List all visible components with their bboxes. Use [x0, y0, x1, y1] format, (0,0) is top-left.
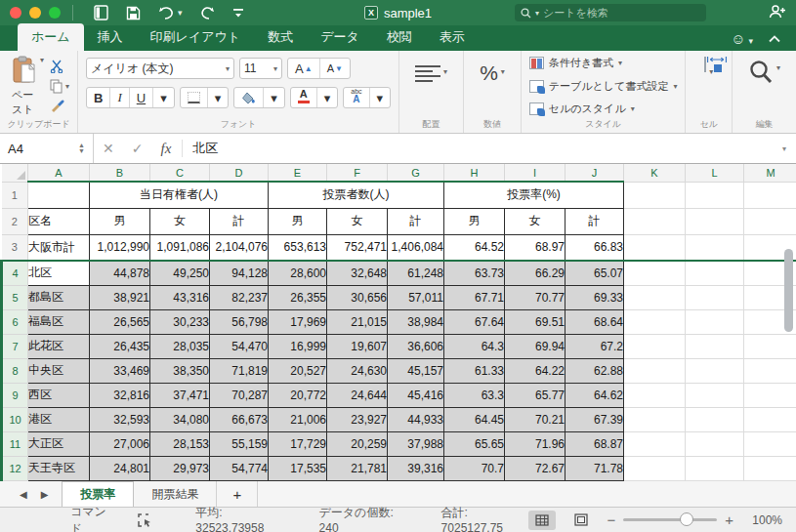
- number-format-button[interactable]: % ▾: [472, 56, 513, 118]
- tab-formulas[interactable]: 数式: [254, 23, 307, 51]
- cell-J4[interactable]: 65.07: [566, 261, 624, 285]
- merged-header-E1-G1[interactable]: 投票者数(人): [269, 182, 444, 208]
- cell-L12[interactable]: [686, 456, 744, 480]
- cell-H4[interactable]: 63.73: [444, 261, 505, 285]
- zoom-window-button[interactable]: [49, 7, 61, 19]
- cell-C2[interactable]: 女: [150, 208, 210, 234]
- column-header-D[interactable]: D: [210, 164, 269, 182]
- cell-K9[interactable]: [624, 383, 686, 407]
- cell-C5[interactable]: 43,316: [150, 285, 210, 309]
- page-layout-view-button[interactable]: [567, 511, 595, 530]
- cell-D2[interactable]: 計: [210, 208, 269, 234]
- cell-I4[interactable]: 66.29: [505, 261, 566, 285]
- cell-E10[interactable]: 21,006: [269, 407, 327, 431]
- cell-I10[interactable]: 70.21: [505, 407, 566, 431]
- font-color-button[interactable]: A: [291, 88, 317, 107]
- cell-A2[interactable]: 区名: [28, 208, 90, 234]
- cell-C7[interactable]: 28,035: [150, 334, 210, 358]
- cell-H2[interactable]: 男: [444, 208, 505, 234]
- cell-J5[interactable]: 69.33: [566, 285, 624, 309]
- cell-D9[interactable]: 70,287: [210, 383, 269, 407]
- cell-M2[interactable]: [744, 208, 796, 234]
- cell-G11[interactable]: 37,988: [388, 431, 444, 456]
- cell-C4[interactable]: 49,250: [150, 261, 210, 285]
- tab-page-layout[interactable]: 印刷レイアウト: [137, 23, 255, 51]
- cell-L11[interactable]: [686, 431, 744, 456]
- cell-A6[interactable]: 福島区: [28, 309, 90, 334]
- undo-dropdown-caret[interactable]: ▾: [178, 8, 183, 18]
- cell-H12[interactable]: 70.7: [444, 456, 505, 480]
- row-header-11[interactable]: 11: [2, 431, 28, 456]
- cell-E7[interactable]: 16,999: [269, 334, 327, 358]
- cell-F9[interactable]: 24,644: [327, 383, 388, 407]
- cell-H9[interactable]: 63.3: [444, 383, 505, 407]
- zoom-slider-thumb[interactable]: [680, 512, 693, 526]
- cell-G8[interactable]: 45,157: [388, 358, 444, 383]
- cell-A10[interactable]: 港区: [28, 407, 90, 431]
- formula-content[interactable]: 北区: [192, 140, 782, 157]
- search-input[interactable]: ▾ シートを検索: [515, 4, 706, 21]
- collapse-ribbon-button[interactable]: [769, 32, 780, 46]
- cell-K10[interactable]: [624, 407, 686, 431]
- cell-E11[interactable]: 17,729: [269, 431, 327, 456]
- cell-A5[interactable]: 都島区: [28, 285, 90, 309]
- cell-J9[interactable]: 64.62: [566, 383, 624, 407]
- add-sheet-button[interactable]: +: [217, 481, 258, 507]
- cell-D5[interactable]: 82,237: [210, 285, 269, 309]
- cell-F7[interactable]: 19,607: [327, 334, 388, 358]
- cell-A7[interactable]: 此花区: [28, 334, 90, 358]
- cell-I12[interactable]: 72.67: [505, 456, 566, 480]
- cell-M11[interactable]: [744, 431, 796, 456]
- cell-D10[interactable]: 66,673: [210, 407, 269, 431]
- format-as-table-button[interactable]: テーブルとして書式設定▾: [529, 79, 678, 94]
- column-header-B[interactable]: B: [90, 164, 150, 182]
- column-header-L[interactable]: L: [686, 164, 744, 182]
- cell-A12[interactable]: 天王寺区: [28, 456, 90, 480]
- normal-view-button[interactable]: [528, 511, 556, 530]
- decrease-font-size-button[interactable]: A▼: [320, 59, 350, 78]
- cell-E4[interactable]: 28,600: [269, 261, 327, 285]
- zoom-in-button[interactable]: +: [725, 512, 733, 528]
- italic-button[interactable]: I: [110, 88, 129, 107]
- cell-E6[interactable]: 17,969: [269, 309, 327, 334]
- undo-button[interactable]: ▾: [158, 6, 183, 20]
- row-header-4[interactable]: 4: [2, 261, 28, 285]
- cell-B8[interactable]: 33,469: [90, 358, 150, 383]
- cell-M9[interactable]: [744, 383, 796, 407]
- feedback-smiley-button[interactable]: ☺▾: [731, 31, 753, 47]
- row-header-9[interactable]: 9: [2, 383, 28, 407]
- font-name-combo[interactable]: メイリオ (本文) ▾: [86, 58, 234, 79]
- sheet-tab-kaihyokekka[interactable]: 開票結果: [134, 481, 217, 507]
- cell-A9[interactable]: 西区: [28, 383, 90, 407]
- vertical-scrollbar[interactable]: [784, 249, 793, 332]
- fill-color-button[interactable]: [234, 88, 264, 107]
- cell-B4[interactable]: 44,878: [90, 261, 150, 285]
- cell-I8[interactable]: 64.22: [505, 358, 566, 383]
- cell-H8[interactable]: 61.33: [444, 358, 505, 383]
- column-header-K[interactable]: K: [624, 164, 686, 182]
- cell-C10[interactable]: 34,080: [150, 407, 210, 431]
- cell-K6[interactable]: [624, 309, 686, 334]
- cell-B12[interactable]: 24,801: [90, 456, 150, 480]
- cell-G3[interactable]: 1,406,084: [388, 234, 444, 261]
- cell-F11[interactable]: 20,259: [327, 431, 388, 456]
- cell-E8[interactable]: 20,527: [269, 358, 327, 383]
- borders-dropdown-caret[interactable]: ▾: [208, 88, 229, 107]
- cell-F5[interactable]: 30,656: [327, 285, 388, 309]
- cell-J8[interactable]: 62.88: [566, 358, 624, 383]
- cell-F4[interactable]: 32,648: [327, 261, 388, 285]
- cell-F10[interactable]: 23,927: [327, 407, 388, 431]
- cell-L8[interactable]: [686, 358, 744, 383]
- cell-C9[interactable]: 37,471: [150, 383, 210, 407]
- column-header-I[interactable]: I: [505, 164, 566, 182]
- column-header-J[interactable]: J: [566, 164, 624, 182]
- cell-M1[interactable]: [744, 182, 796, 208]
- cell-J11[interactable]: 68.87: [566, 431, 624, 456]
- save-icon[interactable]: [126, 6, 141, 20]
- cell-I9[interactable]: 65.77: [505, 383, 566, 407]
- cell-C12[interactable]: 29,973: [150, 456, 210, 480]
- borders-button[interactable]: [181, 88, 208, 107]
- cell-I5[interactable]: 70.77: [505, 285, 566, 309]
- zoom-slider[interactable]: [623, 518, 717, 521]
- cell-D4[interactable]: 94,128: [210, 261, 269, 285]
